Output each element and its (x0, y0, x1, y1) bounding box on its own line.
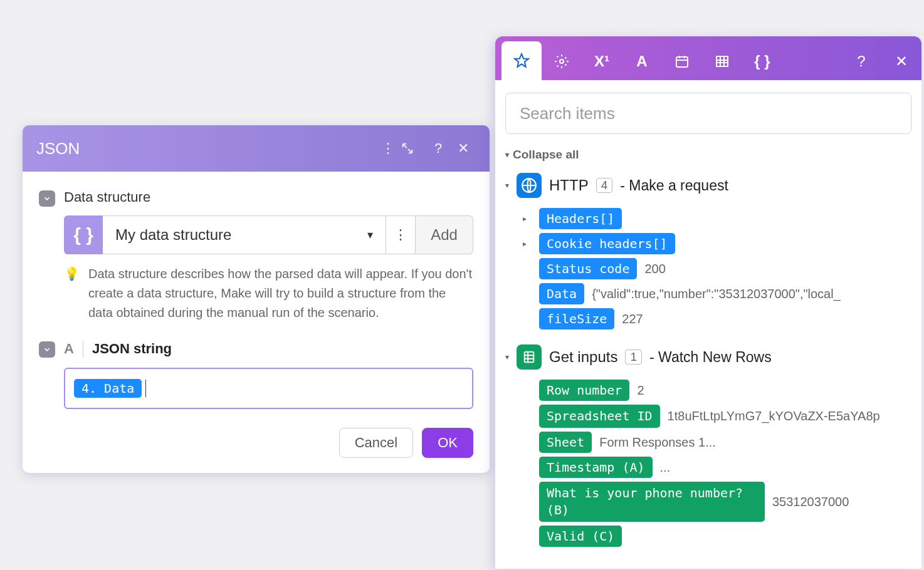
json-module-panel: JSON ⋮ ? ✕ Data structure { } My data st… (23, 125, 490, 473)
json-type-icon: { } (64, 215, 103, 254)
item-headers[interactable]: ▸ Headers[] (523, 208, 911, 229)
item-phone-number[interactable]: ▸ What is your phone number? (B) 3531203… (523, 482, 911, 522)
item-spreadsheet-id[interactable]: ▸ Spreadsheet ID 1t8uFtLtpLYmG7_kYOVaZX-… (523, 405, 911, 428)
text-cursor (145, 380, 146, 397)
tab-spacer (782, 43, 841, 80)
svg-rect-1 (676, 57, 688, 67)
json-string-input[interactable]: 4. Data (64, 368, 473, 409)
data-structure-label: Data structure (64, 189, 473, 205)
variable-pill[interactable]: Valid (C) (539, 526, 622, 547)
close-icon[interactable]: ✕ (451, 140, 476, 157)
module-index: 4 (596, 178, 613, 193)
search-input[interactable] (505, 93, 911, 134)
text-type-icon: A (64, 341, 74, 357)
item-sheet[interactable]: ▸ Sheet Form Responses 1... (523, 432, 911, 453)
item-value: 2 (637, 383, 644, 398)
collapse-all-button[interactable]: ▾ Collapse all (505, 148, 911, 162)
json-string-label: JSON string (92, 341, 172, 357)
tab-array[interactable] (702, 43, 742, 80)
tab-math[interactable]: X¹ (582, 43, 622, 80)
picker-close-icon[interactable]: ✕ (881, 43, 921, 80)
svg-rect-2 (717, 56, 728, 66)
variable-pill[interactable]: Row number (539, 380, 629, 401)
expand-icon[interactable] (401, 142, 426, 155)
item-value: Form Responses 1... (599, 435, 716, 450)
help-icon[interactable]: ? (426, 140, 451, 157)
variable-picker-panel: X¹ A { } ? ✕ ▾ Collapse all ▾ HTTP 4 (495, 36, 921, 569)
lightbulb-icon: 💡 (64, 266, 80, 323)
tab-favorites[interactable] (501, 41, 542, 80)
caret-right-icon: ▸ (523, 214, 532, 223)
module-header[interactable]: ▾ HTTP 4 - Make a request (505, 173, 911, 198)
tab-json[interactable]: { } (742, 43, 782, 80)
tab-date[interactable] (662, 43, 702, 80)
item-cookie-headers[interactable]: ▸ Cookie headers[] (523, 233, 911, 254)
svg-rect-4 (525, 352, 534, 363)
sheets-icon (517, 345, 542, 370)
module-index: 1 (625, 350, 642, 365)
picker-help-icon[interactable]: ? (841, 43, 881, 80)
item-value: ... (660, 460, 671, 475)
module-http: ▾ HTTP 4 - Make a request ▸ Headers[] ▸ … (505, 173, 911, 329)
cancel-button[interactable]: Cancel (339, 428, 413, 458)
panel-title: JSON (36, 139, 375, 158)
item-value: {"valid":true,"number":"35312037000","lo… (592, 287, 841, 301)
variable-pill[interactable]: Timestamp (A) (539, 457, 653, 478)
item-data[interactable]: ▸ Data {"valid":true,"number":"353120370… (523, 283, 911, 304)
item-value: 200 (644, 262, 665, 276)
variable-pill[interactable]: Spreadsheet ID (539, 405, 660, 428)
module-header[interactable]: ▾ Get inputs 1 - Watch New Rows (505, 345, 911, 370)
item-status-code[interactable]: ▸ Status code 200 (523, 258, 911, 279)
more-icon[interactable]: ⋮ (375, 140, 401, 157)
item-filesize[interactable]: ▸ fileSize 227 (523, 308, 911, 329)
tab-general[interactable] (542, 43, 582, 80)
module-name: Get inputs (549, 348, 617, 366)
item-value: 227 (622, 312, 643, 326)
variable-pill[interactable]: Data (539, 283, 584, 304)
data-structure-select[interactable]: My data structure ▾ (103, 215, 386, 254)
divider (83, 341, 83, 357)
picker-tabs: X¹ A { } ? ✕ (495, 36, 921, 80)
ok-button[interactable]: OK (422, 428, 473, 458)
module-name: HTTP (549, 177, 589, 194)
data-structure-selected: My data structure (115, 226, 231, 244)
mapped-pill-data[interactable]: 4. Data (74, 379, 142, 398)
module-sheets: ▾ Get inputs 1 - Watch New Rows ▸ Row nu… (505, 345, 911, 547)
json-panel-header: JSON ⋮ ? ✕ (23, 125, 490, 172)
caret-down-icon: ▾ (505, 150, 509, 159)
data-structure-menu[interactable]: ⋮ (386, 215, 416, 254)
variable-pill[interactable]: Cookie headers[] (539, 233, 675, 254)
module-subtitle: - Make a request (620, 177, 728, 194)
chevron-down-icon: ▾ (367, 228, 373, 242)
svg-point-0 (560, 60, 564, 63)
globe-icon (517, 173, 542, 198)
variable-pill[interactable]: Headers[] (539, 208, 622, 229)
tab-text[interactable]: A (622, 43, 662, 80)
field-collapse-toggle[interactable] (39, 341, 55, 358)
variable-pill[interactable]: Status code (539, 258, 637, 279)
add-data-structure-button[interactable]: Add (416, 215, 473, 254)
variable-pill[interactable]: What is your phone number? (B) (539, 482, 765, 522)
variable-pill[interactable]: Sheet (539, 432, 592, 453)
data-structure-hint: Data structure describes how the parsed … (88, 264, 473, 323)
module-subtitle: - Watch New Rows (649, 349, 772, 366)
caret-down-icon: ▾ (505, 181, 509, 190)
caret-down-icon: ▾ (505, 353, 509, 361)
item-value: 1t8uFtLtpLYmG7_kYOVaZX-E5aYA8p (668, 409, 880, 423)
caret-right-icon: ▸ (523, 239, 532, 248)
field-collapse-toggle[interactable] (39, 190, 55, 207)
item-timestamp[interactable]: ▸ Timestamp (A) ... (523, 457, 911, 478)
item-valid[interactable]: ▸ Valid (C) (523, 526, 911, 547)
variable-pill[interactable]: fileSize (539, 308, 614, 329)
item-value: 35312037000 (772, 495, 849, 509)
item-row-number[interactable]: ▸ Row number 2 (523, 380, 911, 401)
